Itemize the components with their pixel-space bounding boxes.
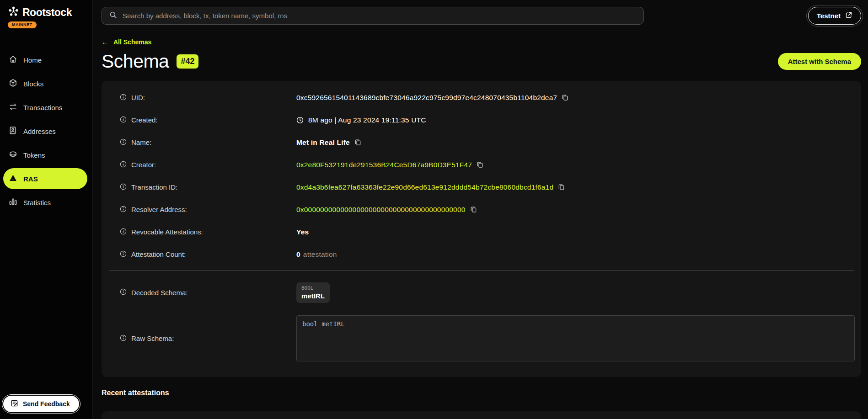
breadcrumb-label: All Schemas (113, 38, 151, 46)
title-row: Schema #42 Attest with Schema (102, 51, 861, 72)
attestation-count-value: 0 (296, 250, 300, 259)
topbar: Testnet (92, 0, 868, 25)
sidebar-item-home[interactable]: Home (0, 49, 92, 70)
revocable-label: Revocable Attestations: (131, 228, 203, 236)
page-title: Schema (102, 51, 169, 72)
revocable-value: Yes (296, 228, 309, 236)
main-area: Testnet ← All Schemas Schema #42 Attest … (92, 0, 868, 419)
attestation-count-label: Attestation Count: (131, 250, 186, 258)
detail-row-transaction-id: Transaction ID: 0xd4a3b6fea627fa63363fe2… (102, 176, 861, 198)
info-icon[interactable] (120, 228, 127, 236)
mainnet-badge[interactable]: MAINNET (8, 21, 37, 28)
attestation-count-suffix: attestation (303, 250, 337, 259)
sidebar-nav: Home Blocks Transactions Addresses Token… (0, 49, 92, 213)
detail-row-name: Name: Met in Real Life (102, 131, 861, 154)
raw-schema-label: Raw Schema: (131, 334, 174, 342)
transaction-id-label: Transaction ID: (131, 183, 177, 191)
send-feedback-button[interactable]: Send Feedback (2, 395, 80, 413)
search-icon (109, 11, 117, 21)
creator-label: Creator: (131, 161, 156, 169)
decoded-field-chip: BOOL metIRL (296, 282, 330, 303)
info-icon[interactable] (120, 183, 127, 191)
sidebar-item-label: Blocks (23, 80, 43, 88)
info-icon[interactable] (120, 94, 127, 102)
copy-icon[interactable] (562, 94, 568, 101)
detail-row-revocable: Revocable Attestations: Yes (102, 221, 861, 243)
transaction-id-link[interactable]: 0xd4a3b6fea627fa63363fe22e90d66ed613e912… (296, 183, 553, 191)
cube-icon (9, 79, 17, 89)
sidebar-item-addresses[interactable]: Addresses (0, 121, 92, 142)
resolver-address-link[interactable]: 0x00000000000000000000000000000000000000… (296, 206, 466, 214)
schema-number-badge: #42 (177, 54, 198, 69)
bar-chart-icon (9, 197, 17, 207)
info-icon[interactable] (120, 161, 127, 169)
info-icon[interactable] (120, 116, 127, 124)
info-icon[interactable] (120, 334, 127, 343)
creator-address-link[interactable]: 0x2e80F532191de291536B24Ce5D67a9B0D3E51F… (296, 161, 472, 169)
search-bar[interactable] (102, 7, 644, 25)
brand-logo[interactable]: Rootstock (0, 0, 92, 19)
rootstock-logo-icon (8, 6, 19, 19)
uid-label: UID: (131, 94, 145, 101)
info-icon[interactable] (120, 288, 127, 297)
detail-row-created: Created: 8M ago | Aug 23 2024 19:11:35 U… (102, 109, 861, 131)
copy-icon[interactable] (558, 184, 565, 191)
sidebar-item-label: Transactions (23, 104, 62, 111)
sidebar-item-label: Home (23, 56, 42, 64)
raw-schema-textarea[interactable]: bool metIRL (296, 315, 855, 361)
sidebar-item-blocks[interactable]: Blocks (0, 73, 92, 94)
schema-details-card: UID: 0xc59265615401143689cbfe73046a922c9… (102, 81, 861, 377)
coin-icon (9, 150, 17, 160)
copy-icon[interactable] (354, 139, 361, 146)
info-icon[interactable] (120, 206, 127, 214)
detail-row-decoded-schema: Decoded Schema: BOOL metIRL (102, 277, 861, 308)
detail-row-uid: UID: 0xc59265615401143689cbfe73046a922c9… (102, 86, 861, 109)
external-link-icon (845, 11, 852, 20)
resolver-address-label: Resolver Address: (131, 206, 187, 213)
info-icon[interactable] (120, 138, 127, 147)
uid-value: 0xc59265615401143689cbfe73046a922c975c99… (296, 94, 557, 102)
created-label: Created: (131, 116, 158, 124)
detail-row-attestation-count: Attestation Count: 0 attestation (102, 243, 861, 265)
sidebar-item-transactions[interactable]: Transactions (0, 97, 92, 118)
decoded-schema-label: Decoded Schema: (131, 289, 188, 297)
detail-row-raw-schema: Raw Schema: bool metIRL (102, 315, 861, 361)
ras-attestation-icon (9, 174, 17, 184)
sidebar-item-label: RAS (23, 175, 38, 183)
brand-name: Rootstock (22, 6, 72, 19)
detail-row-creator: Creator: 0x2e80F532191de291536B24Ce5D67a… (102, 154, 861, 176)
home-icon (9, 55, 17, 65)
name-value: Met in Real Life (296, 138, 350, 147)
send-feedback-label: Send Feedback (23, 400, 70, 408)
decoded-field-type: BOOL (301, 285, 325, 291)
copy-icon[interactable] (477, 161, 483, 168)
decoded-field-name: metIRL (301, 292, 325, 300)
sidebar-item-label: Tokens (23, 151, 45, 159)
breadcrumb-all-schemas[interactable]: ← All Schemas (102, 38, 151, 46)
network-switch-button[interactable]: Testnet (808, 7, 861, 25)
search-input[interactable] (123, 12, 636, 20)
recent-attestations-heading: Recent attestations (102, 389, 861, 397)
contact-card-icon (9, 126, 17, 136)
network-switch-label: Testnet (817, 12, 841, 20)
feedback-note-icon (11, 399, 18, 408)
recent-attestations-table: UID Schema From To Type Date Time (UTC) (102, 411, 861, 419)
back-arrow-icon: ← (102, 38, 108, 46)
name-label: Name: (131, 138, 151, 146)
detail-row-resolver-address: Resolver Address: 0x00000000000000000000… (102, 198, 861, 221)
table-header-row: UID Schema From To Type Date Time (UTC) (102, 411, 861, 419)
info-icon[interactable] (120, 250, 127, 259)
page-content: ← All Schemas Schema #42 Attest with Sch… (92, 25, 868, 419)
attest-with-schema-button[interactable]: Attest with Schema (778, 53, 861, 70)
section-divider (109, 270, 854, 270)
sidebar-item-ras[interactable]: RAS (3, 168, 87, 189)
created-value: 8M ago | Aug 23 2024 19:11:35 UTC (308, 116, 426, 124)
sidebar: Rootstock MAINNET Home Blocks Transactio… (0, 0, 92, 419)
sidebar-item-label: Statistics (23, 199, 51, 207)
swap-arrows-icon (9, 102, 17, 112)
copy-icon[interactable] (470, 206, 477, 213)
sidebar-item-tokens[interactable]: Tokens (0, 144, 92, 165)
sidebar-item-statistics[interactable]: Statistics (0, 192, 92, 213)
sidebar-item-label: Addresses (23, 127, 56, 135)
clock-icon (296, 117, 304, 124)
